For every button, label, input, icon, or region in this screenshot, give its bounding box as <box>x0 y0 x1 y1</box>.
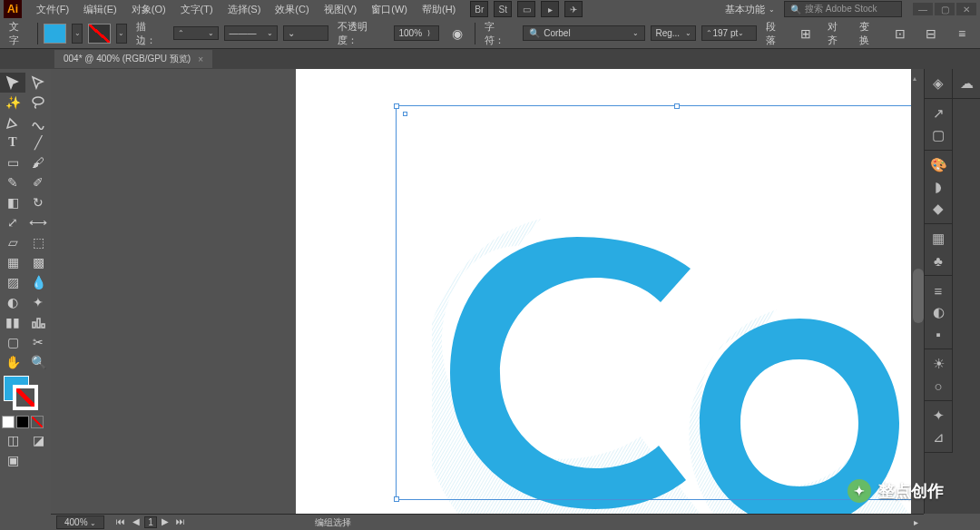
workspace-switcher[interactable]: 基本功能 ⌄ <box>720 1 780 18</box>
minimize-button[interactable]: — <box>913 3 933 15</box>
symbols-panel-icon[interactable]: ✦ <box>925 405 952 427</box>
menu-edit[interactable]: 编辑(E) <box>76 1 124 18</box>
scale-tool[interactable]: ⤢ <box>0 212 25 232</box>
font-family-select[interactable]: 🔍Corbel⌄ <box>523 25 645 41</box>
menu-type[interactable]: 文字(T) <box>173 1 220 18</box>
align-panel-icon[interactable]: ⊞ <box>794 24 818 44</box>
fill-dropdown[interactable]: ⌄ <box>72 24 83 44</box>
line-tool[interactable]: ╱ <box>25 132 51 152</box>
arrange-icon[interactable]: ▭ <box>517 1 535 17</box>
pencil-tool[interactable]: ✐ <box>25 172 51 192</box>
trans-panel-icon[interactable]: ▪ <box>925 323 952 345</box>
color-mode-swatches[interactable] <box>0 414 51 430</box>
asset-panel-icon[interactable]: ▢ <box>925 124 952 146</box>
width-tool[interactable]: ⟷ <box>25 212 51 232</box>
lasso-tool[interactable] <box>25 93 51 113</box>
menu-window[interactable]: 窗口(W) <box>364 1 415 18</box>
handle-top-mid[interactable] <box>674 103 680 109</box>
artboard-number[interactable]: 1 <box>144 516 157 528</box>
opacity-input[interactable]: 100%⟩ <box>394 25 439 41</box>
direct-select-tool[interactable] <box>25 73 51 93</box>
document-tab[interactable]: 004* @ 400% (RGB/GPU 预览) × <box>54 50 212 68</box>
magic-wand-tool[interactable]: ✨ <box>0 93 25 113</box>
anchor-point[interactable] <box>403 112 407 116</box>
last-artboard[interactable]: ⏭ <box>173 516 188 528</box>
hand-tool[interactable]: ✋ <box>0 352 25 372</box>
menu-icon[interactable]: ≡ <box>949 24 975 44</box>
stock-icon[interactable]: St <box>494 1 512 17</box>
rotate-tool[interactable]: ↻ <box>25 192 51 212</box>
type-tool[interactable]: T <box>0 132 25 152</box>
draw-normal[interactable]: ◫ <box>0 430 25 450</box>
appear-panel-icon[interactable]: ☀ <box>925 353 952 375</box>
draw-behind[interactable]: ◪ <box>25 430 51 450</box>
stroke-weight-input[interactable]: ⌃⌄ <box>173 26 219 40</box>
stroke-profile[interactable]: ———⌄ <box>224 25 277 41</box>
free-transform-tool[interactable]: ▱ <box>0 232 25 252</box>
stroke-dropdown[interactable]: ⌄ <box>116 24 127 44</box>
stroke-color[interactable] <box>13 385 38 410</box>
shaper-tool[interactable]: ✎ <box>0 172 25 192</box>
first-artboard[interactable]: ⏮ <box>113 516 128 528</box>
layers-panel-icon[interactable]: ◈ <box>925 73 952 94</box>
maximize-button[interactable]: ▢ <box>935 3 955 15</box>
perspective-tool[interactable]: ▦ <box>0 252 25 272</box>
column-graph-tool[interactable] <box>25 312 51 332</box>
gpu-icon[interactable]: ▸ <box>541 1 559 17</box>
path-panel-icon[interactable]: ◆ <box>925 198 952 220</box>
scrollbar-thumb[interactable] <box>913 269 924 323</box>
menu-object[interactable]: 对象(O) <box>124 1 173 18</box>
paragraph-link[interactable]: 段落 <box>762 20 789 47</box>
menu-effect[interactable]: 效果(C) <box>268 1 316 18</box>
canvas[interactable] <box>51 69 980 514</box>
handle-bottom-left[interactable] <box>394 496 399 502</box>
fill-swatch[interactable] <box>44 24 66 44</box>
recolor-icon[interactable]: ◉ <box>445 24 469 44</box>
brush-tool[interactable]: 🖌 <box>25 152 51 172</box>
mesh-tool[interactable]: ▩ <box>25 252 51 272</box>
rectangle-tool[interactable]: ▭ <box>0 152 25 172</box>
color-panel-icon[interactable]: 🎨 <box>925 154 952 176</box>
swatches-panel-icon[interactable]: ▦ <box>925 228 952 250</box>
tab-close-icon[interactable]: × <box>198 54 203 64</box>
brush-def[interactable]: ⌄ <box>283 25 328 41</box>
scroll-right-icon[interactable]: ▸ <box>914 517 918 527</box>
zoom-select[interactable]: 400% ⌄ <box>56 515 104 529</box>
font-size-input[interactable]: ⌃197 pt⌄ <box>701 25 756 41</box>
font-style-select[interactable]: Reg...⌄ <box>651 25 696 41</box>
export-panel-icon[interactable]: ↗ <box>925 103 952 124</box>
graphic-panel-icon[interactable]: ○ <box>925 375 952 397</box>
next-artboard[interactable]: ▶ <box>159 516 172 528</box>
align-link[interactable]: 对齐 <box>824 20 850 47</box>
symbol-tool[interactable]: ✦ <box>25 292 51 312</box>
menu-help[interactable]: 帮助(H) <box>415 1 463 18</box>
close-button[interactable]: ✕ <box>956 3 976 15</box>
stroke-swatch[interactable] <box>88 24 111 44</box>
eraser-tool[interactable]: ◧ <box>0 192 25 212</box>
curvature-tool[interactable] <box>25 113 51 132</box>
clip-icon[interactable]: ⊟ <box>918 24 944 44</box>
zoom-tool[interactable]: 🔍 <box>25 352 51 372</box>
menu-view[interactable]: 视图(V) <box>317 1 365 18</box>
feedback-icon[interactable]: ✈ <box>564 1 583 17</box>
eyedropper-tool[interactable]: 💧 <box>25 272 51 292</box>
scrollbar-v[interactable]: ▴ <box>911 69 924 514</box>
menu-select[interactable]: 选择(S) <box>220 1 269 18</box>
isolate-icon[interactable]: ⊡ <box>887 24 913 44</box>
shape-panel-icon[interactable]: ◗ <box>925 176 952 198</box>
artboard-tool[interactable]: ▢ <box>0 332 25 352</box>
graph-tool[interactable]: ▮▮ <box>0 312 25 332</box>
blend-tool[interactable]: ◐ <box>0 292 25 312</box>
stock-search[interactable]: 🔍 搜索 Adobe Stock <box>784 1 902 17</box>
menu-file[interactable]: 文件(F) <box>29 1 76 18</box>
grad-panel-icon[interactable]: ◐ <box>925 301 952 323</box>
stroke-panel-icon[interactable]: ≡ <box>925 280 952 301</box>
brushes-panel-icon[interactable]: ⊿ <box>925 427 952 448</box>
club-panel-icon[interactable]: ♣ <box>925 250 952 271</box>
screen-mode[interactable]: ▣ <box>0 450 25 470</box>
selection-tool[interactable] <box>0 73 25 93</box>
shape-builder-tool[interactable]: ⬚ <box>25 232 51 252</box>
pen-tool[interactable] <box>0 113 25 132</box>
transform-link[interactable]: 变换 <box>856 20 882 47</box>
bridge-icon[interactable]: Br <box>470 1 488 17</box>
